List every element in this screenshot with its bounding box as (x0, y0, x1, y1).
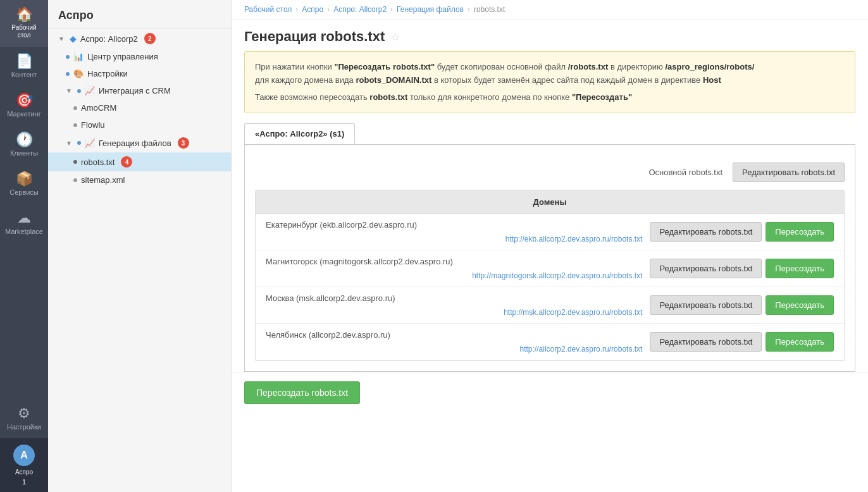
breadcrumb-sep: › (468, 5, 470, 14)
sidebar-item-label: Настройки (7, 423, 41, 431)
domain-name-link: Москва (msk.allcorp2.dev.aspro.ru) http:… (266, 293, 642, 317)
chevron-down-icon: ▼ (66, 140, 72, 147)
domain-buttons: Редактировать robots.txt Пересоздать (650, 332, 834, 352)
sidebar-item-clients[interactable]: 🕐 Клиенты (0, 125, 48, 164)
domain-name-link: Магнитогорск (magnitogorsk.allcorp2.dev.… (266, 257, 642, 280)
control-icon: 📊 (73, 52, 84, 61)
tree-sidebar: Аспро ▼ ◆ Аспро: Allcorp2 2 📊 Центр упра… (48, 0, 232, 492)
recreate-domain-button[interactable]: Пересоздать (766, 259, 834, 278)
info-line2-bold1: robots_DOMAIN.txt (356, 75, 431, 85)
edit-main-robots-button[interactable]: Редактировать robots.txt (733, 163, 845, 182)
domain-rows: Екатеринбург (ekb.allcorp2.dev.aspro.ru)… (256, 214, 844, 360)
recreate-all-button[interactable]: Пересоздать robots.txt (244, 381, 360, 404)
recreate-domain-button[interactable]: Пересоздать (766, 295, 834, 315)
domain-label: Екатеринбург (ekb.allcorp2.dev.aspro.ru) (266, 220, 417, 230)
info-line3-mid: только для конкретного домена по кнопке (410, 92, 572, 102)
domain-row: Москва (msk.allcorp2.dev.aspro.ru) http:… (256, 287, 844, 324)
sidebar-item-marketplace[interactable]: ☁ Marketplace (0, 204, 48, 243)
tree-item-label: Flowlu (81, 120, 105, 130)
home-icon: 🏠 (16, 8, 33, 22)
settings-icon: ⚙ (18, 407, 30, 421)
tree-item-label: robots.txt (81, 157, 115, 167)
file-gen-badge: 3 (178, 137, 189, 149)
sidebar-item-control-center[interactable]: 📊 Центр управления (48, 48, 231, 65)
sidebar-item-allcorp2[interactable]: ▼ ◆ Аспро: Allcorp2 2 (48, 29, 231, 48)
bottom-bar: Пересоздать robots.txt (232, 372, 868, 413)
sidebar-item-services[interactable]: 📦 Сервисы (0, 164, 48, 204)
info-line2-pre: для каждого домена вида (255, 75, 356, 85)
sidebar-item-content[interactable]: 📄 Контент (0, 47, 48, 86)
favorite-star-icon[interactable]: ☆ (391, 31, 400, 43)
recreate-domain-button[interactable]: Пересоздать (766, 222, 834, 242)
tree-item-label: Интеграция с CRM (99, 86, 171, 95)
tab-content: Основной robots.txt Редактировать robots… (244, 144, 855, 372)
content-icon: 📄 (16, 54, 33, 68)
settings-tree-icon: 🎨 (73, 69, 84, 78)
icon-sidebar: 🏠 Рабочийстол 📄 Контент 🎯 Маркетинг 🕐 Кл… (0, 0, 48, 492)
domain-label: Магнитогорск (magnitogorsk.allcorp2.dev.… (266, 257, 453, 266)
breadcrumb-sep: › (390, 5, 393, 14)
robots-badge: 4 (121, 156, 132, 168)
tab-allcorp2[interactable]: «Аспро: Allcorp2» (s1) (244, 123, 355, 144)
main-robots-row: Основной robots.txt Редактировать robots… (255, 155, 845, 190)
breadcrumb-aspro[interactable]: Аспро (302, 5, 323, 14)
sidebar-item-file-gen[interactable]: ▼ 📈 Генерация файлов 3 (48, 133, 231, 152)
edit-domain-robots-button[interactable]: Редактировать robots.txt (650, 222, 762, 242)
domain-label: Москва (msk.allcorp2.dev.aspro.ru) (266, 293, 395, 303)
allcorp2-badge: 2 (144, 33, 156, 44)
info-line1-bold3: /aspro_regions/robots/ (665, 62, 754, 71)
domains-header: Домены (256, 191, 844, 214)
marketing-icon: 🎯 (16, 94, 33, 108)
sidebar-item-desktop[interactable]: 🏠 Рабочийстол (0, 0, 48, 47)
breadcrumb-file-gen[interactable]: Генерация файлов (397, 5, 464, 14)
sidebar-item-flowlu[interactable]: Flowlu (48, 116, 231, 133)
info-line2-mid: в которых будет заменён адрес сайта под … (434, 75, 703, 85)
info-line3-bold1: robots.txt (369, 92, 407, 102)
info-line3-bold2: "Пересоздать" (572, 92, 632, 102)
edit-domain-robots-button[interactable]: Редактировать robots.txt (650, 259, 762, 278)
domain-row: Екатеринбург (ekb.allcorp2.dev.aspro.ru)… (256, 214, 844, 250)
info-line1-bold1: "Пересоздать robots.txt" (334, 62, 435, 71)
page-title: Генерация robots.txt (244, 28, 385, 45)
edit-domain-robots-button[interactable]: Редактировать robots.txt (650, 295, 762, 315)
info-line1-bold2: /robots.txt (568, 62, 609, 71)
sidebar-item-settings-tree[interactable]: 🎨 Настройки (48, 65, 231, 82)
page-header: Генерация robots.txt ☆ (232, 20, 868, 51)
edit-domain-robots-button[interactable]: Редактировать robots.txt (650, 332, 762, 352)
dot-icon (77, 141, 81, 145)
domain-link[interactable]: http://magnitogorsk.allcorp2.dev.aspro.r… (472, 271, 642, 280)
tree-item-label: Генерация файлов (99, 138, 171, 148)
domain-link[interactable]: http://ekb.allcorp2.dev.aspro.ru/robots.… (505, 235, 643, 243)
sidebar-item-amocrm[interactable]: AmoCRM (48, 99, 231, 116)
domain-link[interactable]: http://allcorp2.dev.aspro.ru/robots.txt (520, 345, 643, 354)
domain-name-link: Екатеринбург (ekb.allcorp2.dev.aspro.ru)… (266, 220, 642, 243)
dot-icon (73, 160, 77, 164)
dot-icon (77, 89, 81, 93)
crm-icon: 📈 (85, 86, 95, 95)
sidebar-item-crm[interactable]: ▼ 📈 Интеграция с CRM (48, 82, 231, 99)
main-robots-label: Основной robots.txt (648, 168, 722, 177)
breadcrumb-desktop[interactable]: Рабочий стол (244, 5, 292, 14)
dot-icon (73, 106, 77, 110)
sidebar-item-label: Маркетинг (7, 110, 40, 118)
dot-icon (73, 178, 77, 182)
marketplace-icon: ☁ (17, 211, 31, 225)
sidebar-item-robots-txt[interactable]: robots.txt 4 (48, 152, 231, 171)
tree-item-label: sitemap.xml (81, 175, 125, 185)
breadcrumb-allcorp2[interactable]: Аспро: Allcorp2 (333, 5, 387, 14)
sidebar-item-label: Marketplace (5, 228, 43, 235)
sidebar-item-settings[interactable]: ⚙ Настройки (0, 399, 48, 438)
sidebar-item-sitemap[interactable]: sitemap.xml (48, 171, 231, 188)
user-avatar-section[interactable]: A Аспро 1 (0, 438, 48, 492)
sidebar-item-label: Рабочийстол (11, 24, 36, 39)
breadcrumb: Рабочий стол › Аспро › Аспро: Allcorp2 ›… (232, 0, 868, 20)
recreate-domain-button[interactable]: Пересоздать (766, 332, 834, 352)
tree-item-label: Настройки (87, 69, 128, 78)
avatar: A (13, 445, 35, 466)
domains-section: Домены Екатеринбург (ekb.allcorp2.dev.as… (255, 190, 845, 361)
sidebar-item-label: Контент (11, 71, 37, 78)
domain-buttons: Редактировать robots.txt Пересоздать (650, 222, 834, 242)
domain-link[interactable]: http://msk.allcorp2.dev.aspro.ru/robots.… (504, 308, 642, 317)
sidebar-item-marketing[interactable]: 🎯 Маркетинг (0, 86, 48, 125)
user-badge: 1 (22, 478, 26, 486)
